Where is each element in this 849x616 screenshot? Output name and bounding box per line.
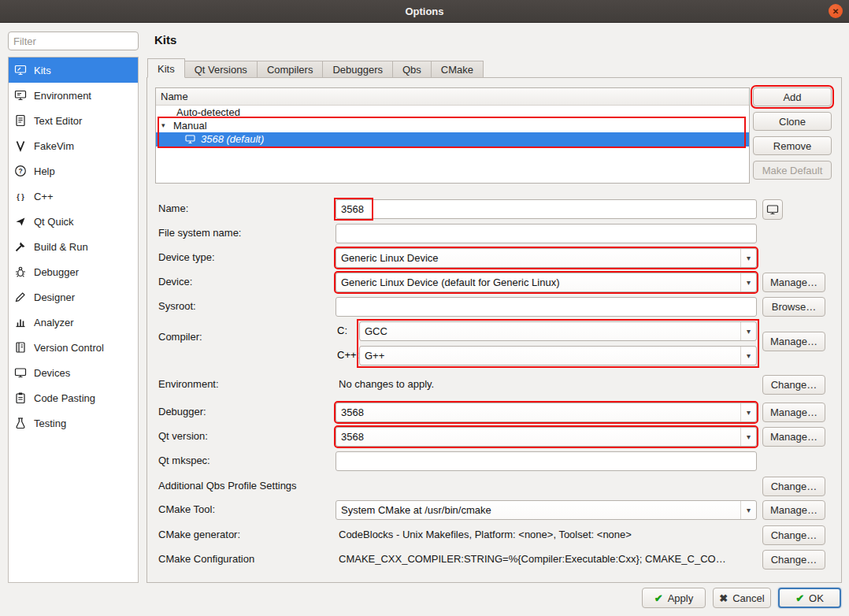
sidebar-item-label: Designer	[34, 291, 75, 303]
sysroot-input[interactable]	[336, 297, 757, 317]
chevron-down-icon: ▾	[740, 273, 756, 291]
file-system-name-label: File system name:	[158, 227, 241, 239]
cancel-label: Cancel	[732, 592, 764, 604]
sidebar-item-cpp[interactable]: { } C++	[9, 184, 138, 209]
sidebar-item-build-run[interactable]: Build & Run	[9, 234, 138, 259]
sidebar-item-label: Help	[34, 165, 55, 177]
tab-compilers[interactable]: Compilers	[257, 61, 324, 78]
sidebar-item-label: Analyzer	[34, 317, 74, 328]
sidebar-item-label: FakeVim	[34, 140, 74, 152]
tree-row-label: 3568 (default)	[201, 133, 264, 145]
close-button[interactable]: ✕	[829, 4, 843, 18]
chevron-down-icon: ▾	[740, 249, 756, 267]
compiler-cpp-label: C++:	[337, 349, 359, 361]
sidebar-item-testing[interactable]: Testing	[9, 410, 138, 436]
cmake-configuration-label: CMake Configuration	[158, 553, 254, 565]
qt-mkspec-input[interactable]	[336, 451, 757, 471]
cmake-generator-value: CodeBlocks - Unix Makefiles, Platform: <…	[339, 529, 632, 540]
device-select[interactable]: Generic Linux Device (default for Generi…	[336, 273, 757, 292]
clone-button[interactable]: Clone	[753, 112, 832, 131]
kits-icon	[14, 64, 27, 76]
tab-cmake[interactable]: CMake	[431, 61, 484, 78]
sidebar-item-kits[interactable]: Kits	[9, 58, 138, 83]
sidebar-item-qt-quick[interactable]: Qt Quick	[9, 209, 138, 234]
qt-version-select[interactable]: 3568 ▾	[336, 427, 757, 447]
sidebar-item-version-control[interactable]: Version Control	[9, 335, 138, 360]
environment-change-button[interactable]: Change…	[762, 375, 825, 395]
designer-icon	[14, 291, 27, 303]
options-dialog: Options ✕ Kits Environment Text Editor F…	[0, 0, 849, 616]
tab-debuggers[interactable]: Debuggers	[322, 61, 393, 78]
device-label: Device:	[158, 276, 192, 288]
devices-icon	[14, 366, 27, 379]
chevron-down-icon: ▾	[740, 428, 756, 446]
sidebar-item-devices[interactable]: Devices	[9, 360, 138, 385]
qbs-change-button[interactable]: Change…	[762, 477, 825, 496]
cancel-button[interactable]: ✖ Cancel	[713, 588, 771, 608]
tab-qt-versions[interactable]: Qt Versions	[184, 61, 258, 78]
device-manage-button[interactable]: Manage…	[762, 273, 825, 292]
debugger-value: 3568	[341, 406, 364, 418]
kit-image-icon	[766, 203, 779, 216]
sidebar-item-environment[interactable]: Environment	[9, 83, 138, 108]
sysroot-label: Sysroot:	[158, 300, 196, 312]
compiler-c-label: C:	[337, 325, 347, 336]
name-label: Name:	[158, 202, 188, 214]
tab-qbs[interactable]: Qbs	[392, 61, 432, 78]
tree-header-name[interactable]: Name	[156, 88, 749, 106]
cmake-tool-select[interactable]: System CMake at /usr/bin/cmake ▾	[336, 500, 757, 520]
sidebar-item-code-pasting[interactable]: Code Pasting	[9, 385, 138, 410]
add-button[interactable]: Add	[753, 87, 832, 106]
device-type-value: Generic Linux Device	[341, 252, 439, 264]
debugger-manage-button[interactable]: Manage…	[762, 403, 825, 422]
page-title: Kits	[154, 33, 176, 46]
sidebar-item-debugger[interactable]: Debugger	[9, 259, 138, 284]
sysroot-browse-button[interactable]: Browse…	[762, 297, 825, 317]
sidebar-item-help[interactable]: ? Help	[9, 158, 138, 184]
tree-row-manual[interactable]: ▾ Manual	[156, 119, 749, 132]
file-system-name-input[interactable]	[336, 224, 757, 243]
cmake-tool-manage-button[interactable]: Manage…	[762, 500, 825, 520]
filter-input[interactable]	[8, 32, 139, 50]
qt-version-manage-button[interactable]: Manage…	[762, 427, 825, 447]
tab-kits[interactable]: Kits	[147, 58, 185, 78]
compiler-c-value: GCC	[365, 325, 387, 337]
compiler-cpp-select[interactable]: G++ ▾	[359, 346, 757, 366]
tree-row-label: Auto-detected	[176, 106, 240, 118]
name-input[interactable]	[336, 199, 757, 219]
testing-icon	[14, 417, 27, 429]
tree-row-kit-selected[interactable]: 3568 (default)	[156, 132, 749, 147]
ok-button[interactable]: ✔ OK	[778, 588, 841, 608]
kits-tree: Name Auto-detected ▾ Manual 3568 (defaul…	[155, 87, 750, 184]
sidebar-item-label: Kits	[34, 65, 51, 76]
cmake-generator-change-button[interactable]: Change…	[762, 525, 825, 545]
chevron-down-icon: ▾	[740, 347, 756, 365]
titlebar[interactable]: Options ✕	[0, 0, 849, 23]
qt-version-label: Qt version:	[158, 430, 208, 442]
sidebar-item-label: Qt Quick	[34, 216, 74, 228]
apply-button[interactable]: ✔ Apply	[642, 588, 706, 608]
check-icon: ✔	[654, 592, 663, 604]
kit-icon-button[interactable]	[762, 199, 783, 220]
check-icon: ✔	[795, 592, 804, 604]
remove-button[interactable]: Remove	[753, 136, 832, 155]
sidebar-item-designer[interactable]: Designer	[9, 284, 138, 310]
tree-row-auto-detected[interactable]: Auto-detected	[156, 106, 749, 119]
expander-icon[interactable]: ▾	[161, 119, 165, 132]
sidebar-item-label: Build & Run	[34, 241, 88, 253]
qt-quick-icon	[14, 215, 27, 228]
device-type-select[interactable]: Generic Linux Device ▾	[336, 248, 757, 268]
sidebar-item-label: Environment	[34, 90, 91, 102]
debugger-select[interactable]: 3568 ▾	[336, 403, 757, 422]
qt-mkspec-label: Qt mkspec:	[158, 455, 210, 466]
chevron-down-icon: ▾	[740, 501, 756, 519]
sidebar-item-label: Testing	[34, 417, 66, 429]
sidebar-item-label: Debugger	[34, 266, 79, 278]
compiler-c-select[interactable]: GCC ▾	[359, 321, 757, 341]
cmake-configuration-value: CMAKE_CXX_COMPILER:STRING=%{Compiler:Exe…	[339, 553, 726, 565]
sidebar-item-text-editor[interactable]: Text Editor	[9, 108, 138, 133]
cmake-configuration-change-button[interactable]: Change…	[762, 550, 825, 570]
sidebar-item-analyzer[interactable]: Analyzer	[9, 310, 138, 335]
sidebar-item-fakevim[interactable]: FakeVim	[9, 133, 138, 158]
cmake-tool-value: System CMake at /usr/bin/cmake	[341, 504, 491, 516]
